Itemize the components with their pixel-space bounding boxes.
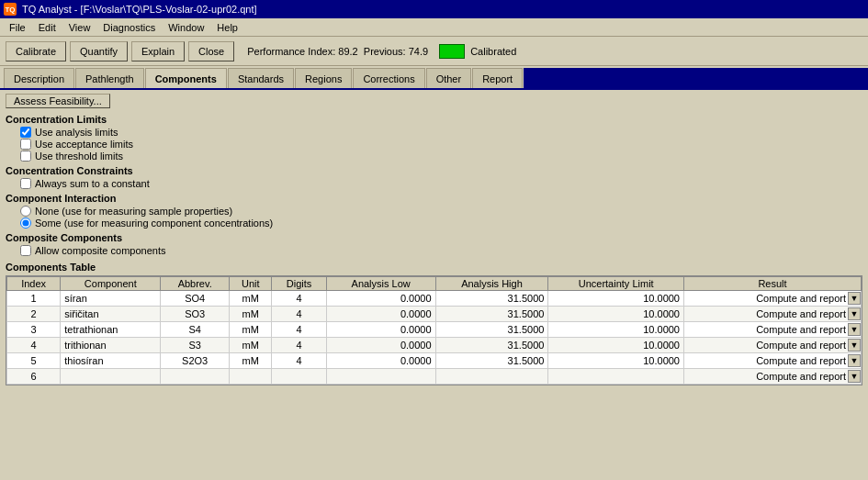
result-cell[interactable]: Compute and report▼ xyxy=(683,322,861,338)
conc-limits-content: Use analysis limits Use acceptance limit… xyxy=(6,127,862,162)
tab-components[interactable]: Components xyxy=(145,68,227,88)
col-header-component: Component xyxy=(61,277,161,291)
table-cell: 10.0000 xyxy=(548,353,684,369)
table-cell xyxy=(272,369,326,385)
table-cell xyxy=(326,369,435,385)
tab-description[interactable]: Description xyxy=(4,68,74,88)
allow-composite-row: Allow composite components xyxy=(20,245,862,256)
table-cell xyxy=(61,369,161,385)
menu-window[interactable]: Window xyxy=(163,21,209,34)
table-row[interactable]: 4trithionanS3mM40.000031.500010.0000Comp… xyxy=(7,338,862,353)
table-cell: siřičitan xyxy=(61,307,161,322)
table-cell: mM xyxy=(230,322,272,338)
table-cell xyxy=(161,369,230,385)
table-cell: 31.5000 xyxy=(435,322,548,338)
radio-none[interactable] xyxy=(20,206,31,217)
toolbar: Calibrate Quantify Explain Close Perform… xyxy=(0,37,868,66)
col-header-analysis-low: Analysis Low xyxy=(326,277,435,291)
conc-limits-title: Concentration Limits xyxy=(6,114,862,125)
always-sum-checkbox[interactable] xyxy=(20,178,31,189)
result-cell[interactable]: Compute and report▼ xyxy=(683,291,861,307)
app-icon: TQ xyxy=(4,3,17,16)
menu-diagnostics[interactable]: Diagnostics xyxy=(97,21,161,34)
table-cell: S3 xyxy=(161,338,230,353)
quantify-button[interactable]: Quantify xyxy=(70,41,128,61)
radio-none-label: None (use for measuring sample propertie… xyxy=(35,206,232,217)
result-dropdown-arrow[interactable]: ▼ xyxy=(848,370,861,383)
table-row[interactable]: 6Compute and report▼ xyxy=(7,369,862,385)
table-cell: 4 xyxy=(272,307,326,322)
menu-file[interactable]: File xyxy=(4,21,31,34)
result-value: Compute and report xyxy=(688,308,848,319)
tab-corrections[interactable]: Corrections xyxy=(353,68,424,88)
table-cell: 0.0000 xyxy=(326,307,435,322)
result-cell[interactable]: Compute and report▼ xyxy=(683,353,861,369)
calibrated-status: Calibrated xyxy=(439,44,516,59)
result-cell[interactable]: Compute and report▼ xyxy=(683,338,861,353)
use-analysis-limits-checkbox[interactable] xyxy=(20,127,31,138)
col-header-index: Index xyxy=(7,277,61,291)
table-cell: mM xyxy=(230,338,272,353)
assess-feasibility-button[interactable]: Assess Feasibility... xyxy=(6,94,110,108)
menu-help[interactable]: Help xyxy=(211,21,243,34)
tab-regions[interactable]: Regions xyxy=(295,68,352,88)
menu-view[interactable]: View xyxy=(63,21,96,34)
table-cell: trithionan xyxy=(61,338,161,353)
table-cell: 10.0000 xyxy=(548,338,684,353)
radio-some-row: Some (use for measuring component concen… xyxy=(20,218,862,229)
tab-standards[interactable]: Standards xyxy=(228,68,294,88)
allow-composite-checkbox[interactable] xyxy=(20,245,31,256)
table-cell xyxy=(435,369,548,385)
use-acceptance-limits-checkbox[interactable] xyxy=(20,139,31,150)
conc-constraints-title: Concentration Constraints xyxy=(6,165,862,176)
sub-toolbar: Assess Feasibility... xyxy=(6,94,862,108)
col-header-abbrev: Abbrev. xyxy=(161,277,230,291)
result-dropdown-arrow[interactable]: ▼ xyxy=(848,354,861,367)
title-text: TQ Analyst - [F:\Voslar\TQ\PLS-Voslar-02… xyxy=(22,4,257,15)
result-dropdown-arrow[interactable]: ▼ xyxy=(848,339,861,352)
col-header-uncertainty: Uncertainty Limit xyxy=(548,277,684,291)
use-threshold-limits-row: Use threshold limits xyxy=(20,151,862,162)
table-row[interactable]: 5thiosíranS2O3mM40.000031.500010.0000Com… xyxy=(7,353,862,369)
tab-report[interactable]: Report xyxy=(472,68,523,88)
table-cell: thiosíran xyxy=(61,353,161,369)
table-cell: 4 xyxy=(272,291,326,307)
table-row[interactable]: 3tetrathionanS4mM40.000031.500010.0000Co… xyxy=(7,322,862,338)
table-row[interactable]: 2siřičitanSO3mM40.000031.500010.0000Comp… xyxy=(7,307,862,322)
table-cell: mM xyxy=(230,291,272,307)
table-cell: 31.5000 xyxy=(435,291,548,307)
result-value: Compute and report xyxy=(688,324,848,335)
table-cell: 10.0000 xyxy=(548,322,684,338)
table-cell: 4 xyxy=(272,322,326,338)
comp-interaction-content: None (use for measuring sample propertie… xyxy=(6,206,862,229)
table-row[interactable]: 1síranSO4mM40.000031.500010.0000Compute … xyxy=(7,291,862,307)
table-cell xyxy=(230,369,272,385)
col-header-digits: Digits xyxy=(272,277,326,291)
radio-some-label: Some (use for measuring component concen… xyxy=(35,218,273,229)
calibrate-button[interactable]: Calibrate xyxy=(6,41,66,61)
table-cell: 31.5000 xyxy=(435,307,548,322)
result-cell[interactable]: Compute and report▼ xyxy=(683,307,861,322)
table-cell: 31.5000 xyxy=(435,353,548,369)
col-header-result: Result xyxy=(683,277,861,291)
result-dropdown-arrow[interactable]: ▼ xyxy=(848,292,861,305)
tab-other[interactable]: Other xyxy=(426,68,472,88)
tab-pathlength[interactable]: Pathlength xyxy=(75,68,144,88)
use-acceptance-limits-label: Use acceptance limits xyxy=(35,139,133,150)
table-cell: 3 xyxy=(7,322,61,338)
result-dropdown-arrow[interactable]: ▼ xyxy=(848,307,861,320)
use-threshold-limits-checkbox[interactable] xyxy=(20,151,31,162)
radio-some[interactable] xyxy=(20,218,31,229)
menu-edit[interactable]: Edit xyxy=(33,21,62,34)
explain-button[interactable]: Explain xyxy=(131,41,185,61)
table-cell: 31.5000 xyxy=(435,338,548,353)
col-header-analysis-high: Analysis High xyxy=(435,277,548,291)
table-cell: síran xyxy=(61,291,161,307)
calibrated-label: Calibrated xyxy=(470,46,516,57)
table-cell: 4 xyxy=(272,338,326,353)
close-button[interactable]: Close xyxy=(188,41,234,61)
result-value: Compute and report xyxy=(688,340,848,351)
table-cell: 2 xyxy=(7,307,61,322)
result-cell[interactable]: Compute and report▼ xyxy=(683,369,861,385)
result-dropdown-arrow[interactable]: ▼ xyxy=(848,323,861,336)
